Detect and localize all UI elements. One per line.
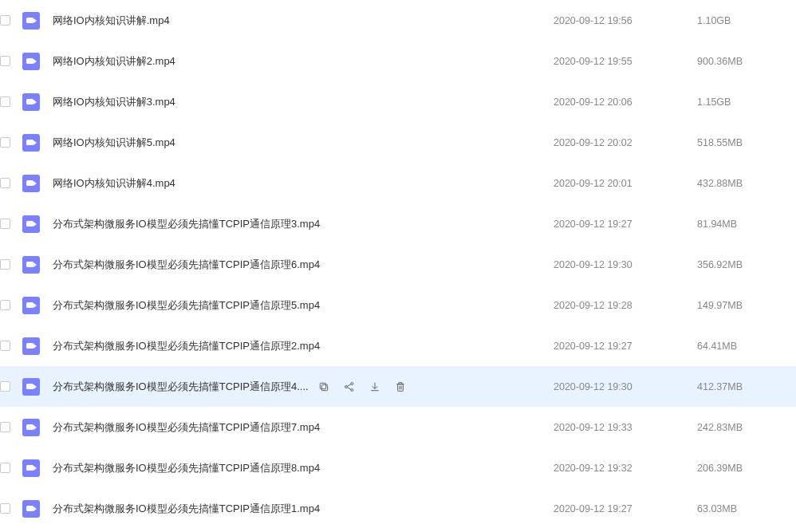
row-checkbox[interactable]: [0, 15, 10, 26]
file-size: 63.03MB: [697, 503, 793, 514]
video-file-icon: [22, 256, 40, 274]
file-type-icon-cell: [18, 419, 45, 436]
file-name[interactable]: 分布式架构微服务IO模型必须先搞懂TCPIP通信原理2.mp4: [53, 339, 320, 353]
file-type-icon-cell: [18, 134, 45, 152]
file-name-cell: 网络IO内核知识讲解5.mp4: [53, 136, 554, 150]
file-name-cell: 分布式架构微服务IO模型必须先搞懂TCPIP通信原理2.mp4: [53, 339, 554, 353]
row-checkbox[interactable]: [0, 56, 10, 66]
row-checkbox[interactable]: [0, 259, 10, 270]
row-actions: [317, 380, 408, 394]
video-file-icon: [22, 297, 40, 314]
file-row[interactable]: 分布式架构微服务IO模型必须先搞懂TCPIP通信原理7.mp42020-09-1…: [0, 407, 796, 447]
file-row[interactable]: 分布式架构微服务IO模型必须先搞懂TCPIP通信原理8.mp42020-09-1…: [0, 447, 796, 488]
file-date: 2020-09-12 19:30: [554, 381, 697, 392]
checkbox-cell: [0, 259, 18, 270]
file-type-icon-cell: [18, 500, 45, 518]
file-size: 1.15GB: [697, 97, 793, 108]
video-file-icon: [22, 215, 40, 233]
file-date: 2020-09-12 19:30: [554, 259, 697, 270]
checkbox-cell: [0, 381, 18, 392]
video-file-icon: [22, 459, 40, 477]
row-checkbox[interactable]: [0, 178, 10, 188]
file-row[interactable]: 分布式架构微服务IO模型必须先搞懂TCPIP通信原理4....2020-09-1…: [0, 366, 796, 407]
file-name[interactable]: 分布式架构微服务IO模型必须先搞懂TCPIP通信原理7.mp4: [53, 420, 320, 435]
file-name-cell: 分布式架构微服务IO模型必须先搞懂TCPIP通信原理6.mp4: [53, 258, 554, 272]
file-name-cell: 分布式架构微服务IO模型必须先搞懂TCPIP通信原理1.mp4: [53, 502, 554, 516]
svg-line-96: [347, 387, 351, 389]
file-size: 900.36MB: [697, 56, 793, 67]
file-type-icon-cell: [18, 459, 45, 477]
copy-button[interactable]: [317, 380, 331, 394]
copy-icon: [317, 380, 330, 393]
file-size: 432.88MB: [697, 178, 793, 189]
file-name[interactable]: 分布式架构微服务IO模型必须先搞懂TCPIP通信原理1.mp4: [53, 502, 320, 516]
file-name[interactable]: 分布式架构微服务IO模型必须先搞懂TCPIP通信原理5.mp4: [53, 298, 320, 313]
file-name[interactable]: 网络IO内核知识讲解.mp4: [53, 14, 170, 28]
file-name-cell: 分布式架构微服务IO模型必须先搞懂TCPIP通信原理8.mp4: [53, 461, 554, 475]
file-row[interactable]: 分布式架构微服务IO模型必须先搞懂TCPIP通信原理5.mp42020-09-1…: [0, 285, 796, 325]
file-date: 2020-09-12 19:56: [554, 15, 697, 26]
file-size: 242.83MB: [697, 422, 793, 433]
download-button[interactable]: [368, 380, 382, 394]
file-name-cell: 网络IO内核知识讲解3.mp4: [53, 95, 554, 109]
file-row[interactable]: 网络IO内核知识讲解2.mp42020-09-12 19:55900.36MB: [0, 41, 796, 81]
file-name-cell: 网络IO内核知识讲解.mp4: [53, 14, 554, 28]
file-name[interactable]: 分布式架构微服务IO模型必须先搞懂TCPIP通信原理4....: [53, 380, 309, 394]
file-row[interactable]: 分布式架构微服务IO模型必须先搞懂TCPIP通信原理2.mp42020-09-1…: [0, 325, 796, 366]
delete-button[interactable]: [393, 380, 408, 394]
svg-rect-91: [320, 383, 325, 388]
file-row[interactable]: 网络IO内核知识讲解5.mp42020-09-12 20:02518.55MB: [0, 122, 796, 163]
file-name[interactable]: 分布式架构微服务IO模型必须先搞懂TCPIP通信原理6.mp4: [53, 258, 320, 272]
file-name[interactable]: 分布式架构微服务IO模型必须先搞懂TCPIP通信原理3.mp4: [53, 217, 320, 231]
file-row[interactable]: 分布式架构微服务IO模型必须先搞懂TCPIP通信原理6.mp42020-09-1…: [0, 244, 796, 285]
checkbox-cell: [0, 300, 18, 310]
svg-rect-90: [321, 384, 327, 390]
row-checkbox[interactable]: [0, 341, 10, 351]
row-checkbox[interactable]: [0, 300, 10, 310]
file-size: 81.94MB: [697, 219, 793, 230]
file-type-icon-cell: [18, 256, 45, 274]
file-row[interactable]: 网络IO内核知识讲解3.mp42020-09-12 20:061.15GB: [0, 81, 796, 122]
file-size: 206.39MB: [697, 463, 793, 474]
file-name[interactable]: 网络IO内核知识讲解4.mp4: [53, 176, 175, 191]
file-name[interactable]: 网络IO内核知识讲解2.mp4: [53, 54, 175, 69]
row-checkbox[interactable]: [0, 97, 10, 107]
row-checkbox[interactable]: [0, 463, 10, 473]
file-type-icon-cell: [18, 53, 45, 70]
file-row[interactable]: 网络IO内核知识讲解.mp42020-09-12 19:561.10GB: [0, 0, 796, 41]
video-file-icon: [22, 378, 40, 396]
checkbox-cell: [0, 219, 18, 229]
file-row[interactable]: 网络IO内核知识讲解4.mp42020-09-12 20:01432.88MB: [0, 163, 796, 203]
row-checkbox[interactable]: [0, 137, 10, 148]
file-date: 2020-09-12 19:27: [554, 219, 697, 230]
download-icon: [368, 380, 381, 393]
file-date: 2020-09-12 20:02: [554, 137, 697, 148]
video-file-icon: [22, 337, 40, 355]
svg-line-95: [347, 384, 351, 386]
file-date: 2020-09-12 20:06: [554, 97, 697, 108]
checkbox-cell: [0, 56, 18, 66]
row-checkbox[interactable]: [0, 503, 10, 514]
file-name-cell: 分布式架构微服务IO模型必须先搞懂TCPIP通信原理4....: [53, 380, 554, 394]
row-checkbox[interactable]: [0, 422, 10, 432]
file-name[interactable]: 网络IO内核知识讲解5.mp4: [53, 136, 175, 150]
file-row[interactable]: 分布式架构微服务IO模型必须先搞懂TCPIP通信原理3.mp42020-09-1…: [0, 203, 796, 244]
file-name[interactable]: 分布式架构微服务IO模型必须先搞懂TCPIP通信原理8.mp4: [53, 461, 320, 475]
video-file-icon: [22, 419, 40, 436]
file-type-icon-cell: [18, 378, 45, 396]
file-row[interactable]: 分布式架构微服务IO模型必须先搞懂TCPIP通信原理1.mp42020-09-1…: [0, 488, 796, 529]
file-name[interactable]: 网络IO内核知识讲解3.mp4: [53, 95, 175, 109]
row-checkbox[interactable]: [0, 381, 10, 392]
file-date: 2020-09-12 19:32: [554, 463, 697, 474]
file-name-cell: 网络IO内核知识讲解4.mp4: [53, 176, 554, 191]
file-type-icon-cell: [18, 175, 45, 192]
checkbox-cell: [0, 137, 18, 148]
file-type-icon-cell: [18, 215, 45, 233]
file-name-cell: 网络IO内核知识讲解2.mp4: [53, 54, 554, 69]
share-button[interactable]: [342, 380, 357, 394]
row-checkbox[interactable]: [0, 219, 10, 229]
file-date: 2020-09-12 19:28: [554, 300, 697, 311]
checkbox-cell: [0, 178, 18, 188]
svg-point-92: [345, 385, 347, 388]
file-type-icon-cell: [18, 297, 45, 314]
